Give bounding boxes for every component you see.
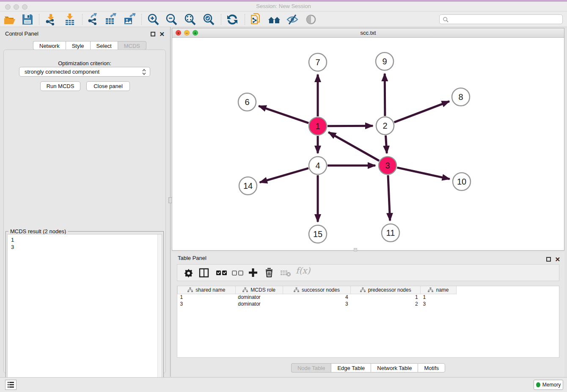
memory-button[interactable]: Memory bbox=[534, 380, 563, 390]
zoom-window-button[interactable] bbox=[22, 4, 28, 10]
zoom-in-icon[interactable] bbox=[147, 13, 160, 26]
network-from-file-icon[interactable] bbox=[250, 13, 262, 26]
column-header-predecessor-nodes[interactable]: predecessor nodes bbox=[351, 286, 421, 294]
function-builder-icon[interactable]: f(x) bbox=[296, 265, 310, 276]
mcds-result-list[interactable]: 1 3 bbox=[7, 234, 162, 391]
cell[interactable]: 3 bbox=[178, 301, 236, 307]
edge-2-8[interactable] bbox=[394, 101, 449, 122]
network-canvas-svg[interactable]: 7968124314101511 bbox=[172, 38, 564, 250]
close-panel-icon[interactable]: ✕ bbox=[159, 30, 165, 38]
gear-icon[interactable] bbox=[183, 267, 194, 278]
edge-1-2[interactable] bbox=[328, 126, 373, 126]
result-scrollbar[interactable] bbox=[157, 235, 162, 391]
cell[interactable]: 2 bbox=[351, 301, 421, 307]
close-table-panel-icon[interactable]: ✕ bbox=[555, 256, 560, 263]
close-window-button[interactable] bbox=[5, 4, 11, 10]
deselect-all-icon[interactable] bbox=[231, 267, 244, 278]
tab-network[interactable]: Network bbox=[33, 41, 66, 50]
close-view-button[interactable]: × bbox=[176, 30, 181, 36]
cell[interactable]: 1 bbox=[178, 294, 236, 301]
app-titlebar: Session: New Session bbox=[0, 2, 567, 11]
tab-motifs[interactable]: Motifs bbox=[418, 363, 445, 373]
zoom-fit-icon[interactable] bbox=[184, 13, 196, 26]
edge-1-6[interactable] bbox=[259, 106, 308, 123]
search-input[interactable] bbox=[439, 14, 563, 24]
table-panel-title: Table Panel bbox=[178, 255, 206, 261]
control-panel-tabs: NetworkStyleSelectMCDS bbox=[33, 41, 146, 50]
node-label-14: 14 bbox=[243, 181, 253, 190]
refresh-icon[interactable] bbox=[226, 13, 239, 26]
cell[interactable]: 1 bbox=[351, 294, 421, 301]
maximize-view-button[interactable]: + bbox=[193, 30, 198, 36]
tab-node-table[interactable]: Node Table bbox=[291, 363, 331, 373]
import-table-icon[interactable] bbox=[63, 13, 76, 26]
task-history-button[interactable] bbox=[5, 380, 17, 390]
network-title: scc.txt bbox=[172, 28, 564, 38]
network-view-window: × − + scc.txt 7968124314101511 bbox=[172, 28, 564, 251]
minimize-view-button[interactable]: − bbox=[184, 30, 190, 36]
column-header-name[interactable]: name bbox=[421, 286, 457, 294]
control-panel-title: Control Panel bbox=[5, 30, 39, 37]
column-panel-icon[interactable] bbox=[198, 267, 209, 278]
delete-column-icon[interactable] bbox=[264, 267, 275, 278]
import-network-icon[interactable] bbox=[44, 13, 57, 26]
mcds-result-lines: 1 3 bbox=[8, 235, 162, 251]
hide-selected-icon[interactable] bbox=[286, 13, 299, 26]
open-session-icon[interactable] bbox=[3, 13, 16, 26]
cell[interactable]: 3 bbox=[283, 301, 351, 307]
float-panel-icon[interactable] bbox=[151, 32, 155, 36]
tab-style[interactable]: Style bbox=[66, 41, 90, 50]
status-bar: Memory bbox=[0, 378, 567, 392]
export-image-icon[interactable] bbox=[123, 13, 135, 26]
control-panel: Control Panel ✕ NetworkStyleSelectMCDS O… bbox=[0, 27, 170, 377]
edge-3-11[interactable] bbox=[388, 175, 390, 221]
save-session-icon[interactable] bbox=[21, 13, 34, 26]
node-table-grid: shared nameMCDS rolesuccessor nodesprede… bbox=[177, 286, 559, 307]
column-header-filler bbox=[456, 286, 559, 294]
select-all-icon[interactable] bbox=[215, 267, 228, 278]
node-label-10: 10 bbox=[457, 177, 466, 186]
table-row[interactable]: 3dominator323 bbox=[178, 301, 559, 307]
tab-mcds[interactable]: MCDS bbox=[118, 41, 146, 50]
export-table-icon[interactable] bbox=[104, 13, 117, 26]
horizontal-splitter-grip[interactable] bbox=[354, 248, 357, 251]
column-header-shared-name[interactable]: shared name bbox=[178, 286, 236, 294]
optimization-criterion-select[interactable]: strongly connected component bbox=[19, 67, 150, 77]
close-panel-button[interactable]: Close panel bbox=[86, 81, 130, 91]
column-header-successor-nodes[interactable]: successor nodes bbox=[283, 286, 351, 294]
table-row[interactable]: 1dominator411 bbox=[178, 294, 559, 301]
table-toolbar: f(x) bbox=[177, 264, 559, 281]
tab-select[interactable]: Select bbox=[90, 41, 118, 50]
edge-2-9[interactable] bbox=[385, 74, 385, 116]
edge-4-14[interactable] bbox=[260, 168, 308, 182]
float-table-panel-icon[interactable] bbox=[546, 257, 551, 262]
show-all-icon[interactable] bbox=[305, 13, 317, 26]
list-icon bbox=[6, 380, 16, 389]
node-label-4: 4 bbox=[315, 161, 320, 170]
export-network-icon[interactable] bbox=[86, 13, 99, 26]
cell[interactable]: dominator bbox=[235, 301, 283, 307]
cell[interactable]: dominator bbox=[235, 294, 283, 301]
cell[interactable]: 4 bbox=[283, 294, 351, 301]
attribute-icon bbox=[294, 287, 299, 293]
run-mcds-button[interactable]: Run MCDS bbox=[40, 81, 80, 91]
zoom-out-icon[interactable] bbox=[165, 13, 178, 26]
delete-table-icon[interactable] bbox=[280, 267, 292, 278]
node-table[interactable]: shared nameMCDS rolesuccessor nodesprede… bbox=[177, 286, 559, 358]
attribute-icon bbox=[242, 287, 248, 293]
tab-network-table[interactable]: Network Table bbox=[371, 363, 418, 373]
edge-3-1[interactable] bbox=[328, 132, 379, 160]
attribute-icon bbox=[187, 287, 193, 293]
first-neighbors-icon[interactable] bbox=[268, 13, 281, 26]
edge-3-10[interactable] bbox=[397, 168, 449, 179]
column-header-MCDS-role[interactable]: MCDS role bbox=[235, 286, 283, 294]
node-label-2: 2 bbox=[383, 121, 387, 130]
zoom-selected-icon[interactable] bbox=[202, 13, 215, 26]
edge-2-3[interactable] bbox=[385, 135, 387, 153]
add-column-icon[interactable] bbox=[248, 267, 259, 278]
cell[interactable]: 3 bbox=[421, 301, 457, 307]
tab-edge-table[interactable]: Edge Table bbox=[331, 363, 371, 373]
cell[interactable]: 1 bbox=[421, 294, 457, 301]
minimize-window-button[interactable] bbox=[14, 4, 19, 10]
table-panel: Table Panel ✕ f(x) shared nameMCDS roles… bbox=[172, 252, 564, 377]
